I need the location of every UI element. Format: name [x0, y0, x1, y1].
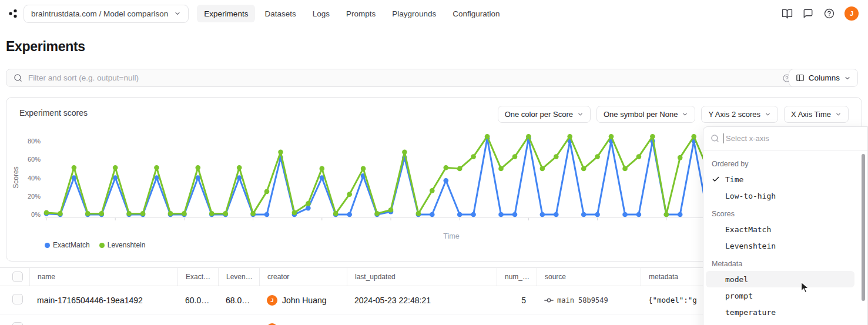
tab-playgrounds[interactable]: Playgrounds [385, 5, 443, 22]
menu-item-model[interactable]: model [706, 271, 854, 287]
user-avatar[interactable]: J [844, 6, 859, 21]
help-circle-icon [824, 8, 835, 19]
tab-logs[interactable]: Logs [306, 5, 337, 22]
levenshtein-score: 68.0… [218, 296, 259, 305]
row-checkbox[interactable] [12, 294, 23, 304]
chart-legend: ExactMatch Levenshtein [45, 241, 145, 249]
x-axis-dropdown-menu: Ordered by Time Low-to-high Scores Exact… [703, 126, 868, 325]
tab-datasets[interactable]: Datasets [257, 5, 303, 22]
menu-item-label: ExactMatch [725, 225, 771, 234]
chevron-down-icon [844, 75, 851, 82]
mouse-cursor [800, 282, 810, 294]
svg-text:Scores: Scores [12, 166, 20, 188]
primary-nav: Experiments Datasets Logs Prompts Playgr… [197, 5, 507, 22]
creator-avatar: J [267, 323, 277, 325]
feedback-button[interactable] [802, 8, 814, 19]
project-selector-label: braintrustdata.com / Model comparison [31, 9, 168, 18]
group-label-scores: Scores [703, 204, 867, 221]
column-header-name[interactable]: name [29, 268, 177, 286]
filter-text-field[interactable] [27, 73, 782, 83]
menu-item-exactmatch[interactable]: ExactMatch [706, 221, 854, 237]
help-button[interactable] [823, 8, 835, 19]
x-axis-dropdown[interactable]: X Axis Time [784, 106, 849, 123]
legend-label: ExactMatch [53, 241, 90, 249]
legend-dot-green [99, 243, 105, 248]
chevron-down-icon [682, 111, 688, 118]
tab-prompts[interactable]: Prompts [339, 5, 383, 22]
row-checkbox[interactable] [12, 322, 23, 325]
columns-icon [796, 73, 805, 82]
menu-item-low-to-high[interactable]: Low-to-high [706, 187, 854, 204]
svg-text:60%: 60% [28, 156, 41, 163]
select-all-checkbox[interactable] [12, 272, 23, 282]
text-caret [723, 133, 723, 143]
menu-item-time[interactable]: Time [706, 171, 854, 187]
tab-configuration[interactable]: Configuration [445, 5, 507, 22]
git-commit-icon [544, 297, 554, 304]
filter-input[interactable] [6, 69, 798, 87]
chevron-down-icon [174, 10, 181, 17]
creator-cell: J John Huang [259, 323, 347, 325]
chevron-down-icon [577, 111, 584, 118]
search-icon [14, 73, 22, 82]
column-header-exactmatch[interactable]: Exact… [177, 268, 218, 286]
menu-item-temperature[interactable]: temperature [706, 304, 854, 320]
creator-cell: J John Huang [259, 295, 347, 306]
experiment-name[interactable]: main-1716504446-19ea1492 [29, 296, 177, 305]
columns-button[interactable]: Columns [789, 69, 858, 87]
color-per-dropdown[interactable]: One color per Score [498, 106, 591, 123]
num-value: 5 [497, 296, 537, 305]
column-header-source[interactable]: source [537, 268, 641, 286]
svg-text:20%: 20% [28, 193, 41, 200]
legend-item-exactmatch[interactable]: ExactMatch [45, 241, 90, 249]
columns-button-label: Columns [809, 73, 840, 82]
topbar: braintrustdata.com / Model comparison Ex… [0, 0, 868, 27]
menu-item-prompt[interactable]: prompt [706, 287, 854, 304]
group-label-ordered-by: Ordered by [703, 154, 867, 171]
chart-title: Experiment scores [19, 108, 88, 118]
legend-dot-blue [45, 243, 50, 248]
symbol-per-dropdown[interactable]: One symbol per None [596, 106, 695, 123]
last-updated: 2024-05-23 22:48:21 [347, 296, 497, 305]
check-icon [712, 175, 720, 183]
braintrust-logo-icon [7, 7, 20, 20]
x-axis-search-input[interactable] [725, 133, 860, 143]
scrollbar-thumb[interactable] [862, 154, 865, 301]
source-ref: main 58b9549 [557, 296, 608, 304]
creator-avatar: J [267, 295, 277, 306]
symbol-per-label: One symbol per None [604, 110, 678, 119]
column-header-num[interactable]: num_… [497, 268, 537, 286]
book-open-icon [782, 8, 793, 19]
svg-text:40%: 40% [28, 175, 41, 182]
creator-name: John Huang [282, 296, 327, 305]
menu-item-label: Time [725, 175, 743, 184]
menu-item-label: temperature [725, 308, 776, 317]
y-axis-dropdown[interactable]: Y Axis 2 scores [701, 106, 778, 123]
column-header-creator[interactable]: creator [259, 268, 347, 286]
x-axis-options: Ordered by Time Low-to-high Scores Exact… [703, 150, 867, 324]
chevron-down-icon [835, 111, 842, 118]
menu-item-levenshtein[interactable]: Levenshtein [706, 237, 854, 254]
page-title: Experiments [6, 39, 85, 55]
color-per-label: One color per Score [505, 110, 573, 119]
legend-label: Levenshtein [108, 241, 146, 249]
avatar-initial: J [850, 10, 853, 17]
docs-button[interactable] [781, 8, 793, 19]
column-header-levenshtein[interactable]: Leven… [218, 268, 259, 286]
project-selector[interactable]: braintrustdata.com / Model comparison [24, 5, 189, 23]
menu-item-label: model [725, 275, 748, 284]
menu-item-label: Levenshtein [725, 242, 776, 250]
legend-item-levenshtein[interactable]: Levenshtein [99, 241, 146, 249]
search-icon [711, 134, 719, 143]
chevron-down-icon [765, 111, 771, 118]
chart-controls: One color per Score One symbol per None … [498, 106, 849, 123]
svg-text:80%: 80% [28, 138, 41, 145]
y-axis-label-text: Y Axis 2 scores [708, 110, 760, 119]
app: braintrustdata.com / Model comparison Ex… [0, 0, 868, 325]
chat-bubble-icon [803, 8, 813, 19]
menu-item-label: Low-to-high [725, 192, 776, 200]
x-axis-search[interactable] [703, 127, 867, 150]
column-header-last-updated[interactable]: last_updated [347, 268, 497, 286]
topbar-actions: J [781, 6, 859, 21]
tab-experiments[interactable]: Experiments [197, 5, 255, 22]
